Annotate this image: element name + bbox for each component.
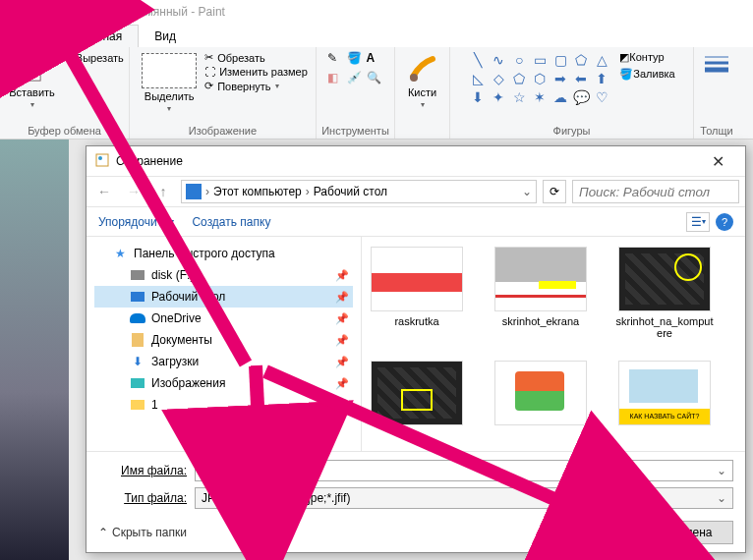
nav-documents[interactable]: Документы 📌 bbox=[94, 329, 353, 351]
shape-arrowl-icon[interactable]: ⬅ bbox=[571, 70, 591, 87]
zoom-icon[interactable]: 🔍 bbox=[367, 71, 384, 88]
nav-onedrive[interactable]: OneDrive 📌 bbox=[94, 308, 353, 329]
svg-rect-8 bbox=[27, 65, 40, 81]
cancel-button[interactable]: Отмена bbox=[649, 521, 733, 544]
nav-desktop[interactable]: Рабочий стол 📌 bbox=[94, 286, 353, 308]
nav-downloads[interactable]: ⬇Загрузки 📌 bbox=[94, 351, 353, 372]
file-item[interactable]: raskrutka bbox=[368, 247, 466, 339]
nav-up-button[interactable]: ↑ bbox=[151, 180, 175, 203]
shape-rtriangle-icon[interactable]: ◺ bbox=[468, 70, 488, 87]
save-button[interactable]: Сохранить bbox=[556, 521, 641, 544]
shape-arrowu-icon[interactable]: ⬆ bbox=[592, 70, 611, 87]
resize-icon: ⛶ bbox=[204, 66, 215, 78]
navigation-pane: ★Панель быстрого доступа disk (F:) 📌 Раб… bbox=[87, 237, 362, 451]
hide-folders-button[interactable]: ⌃ Скрыть папки bbox=[98, 526, 187, 539]
shape-star6-icon[interactable]: ✶ bbox=[530, 88, 550, 106]
shape-pentagon-icon[interactable]: ⬠ bbox=[509, 70, 529, 87]
breadcrumb[interactable]: › Этот компьютер › Рабочий стол ⌄ bbox=[181, 180, 537, 203]
filetype-select[interactable]: JPEG (*.jpg;*.jpeg;*.jpe;*.jfif) ⌄ bbox=[195, 487, 733, 509]
text-icon[interactable]: A bbox=[367, 51, 384, 69]
tab-file[interactable]: Файл bbox=[0, 26, 61, 47]
picker-icon[interactable]: 💉 bbox=[347, 71, 365, 88]
breadcrumb-root[interactable]: Этот компьютер bbox=[213, 185, 302, 198]
svg-rect-5 bbox=[29, 13, 35, 17]
help-button[interactable]: ? bbox=[716, 213, 733, 231]
paint-app-icon bbox=[4, 3, 22, 21]
select-button[interactable]: Выделить ▾ bbox=[138, 51, 201, 115]
ribbon: Вставить ▾ ✂Вырезать Буфер обмена Выдели… bbox=[0, 47, 753, 140]
select-icon bbox=[142, 53, 197, 88]
nav-disk[interactable]: disk (F:) 📌 bbox=[94, 264, 353, 286]
search-input[interactable] bbox=[572, 180, 739, 203]
shapes-gallery[interactable]: ╲ ∿ ○ ▭ ▢ ⬠ △ ◺ ◇ ⬠ ⬡ ➡ ⬅ ⬆ ⬇ ✦ ☆ ✶ ☁ 💬 bbox=[468, 51, 611, 106]
documents-icon bbox=[130, 332, 145, 348]
fill-icon[interactable]: 🪣 bbox=[347, 51, 365, 69]
group-clipboard-label: Буфер обмена bbox=[0, 125, 129, 137]
file-item[interactable]: skrinhot_na_komputere bbox=[615, 247, 714, 339]
organize-button[interactable]: Упорядочить ▾ bbox=[98, 215, 174, 229]
paste-button[interactable]: Вставить ▾ bbox=[5, 51, 59, 111]
close-button[interactable]: ✕ bbox=[698, 152, 737, 171]
file-item[interactable] bbox=[615, 361, 714, 429]
file-item[interactable]: skrinhot_ekrana bbox=[492, 247, 590, 339]
nav-quick-access[interactable]: ★Панель быстрого доступа bbox=[94, 243, 353, 264]
crop-icon: ✂ bbox=[204, 51, 213, 64]
save-dialog: Сохранение ✕ ← → ↑ › Этот компьютер › Ра… bbox=[86, 145, 746, 553]
rotate-icon: ⟳ bbox=[204, 80, 213, 92]
nav-back-button[interactable]: ← bbox=[92, 180, 116, 203]
qat-dropdown-icon[interactable]: ▾ bbox=[83, 3, 100, 21]
shape-heart-icon[interactable]: ♡ bbox=[592, 88, 611, 106]
nav-forward-button[interactable]: → bbox=[122, 180, 145, 203]
view-mode-button[interactable]: ☰ ▾ bbox=[686, 212, 710, 232]
size-button[interactable] bbox=[699, 51, 734, 75]
file-item[interactable] bbox=[368, 361, 466, 429]
chevron-down-icon[interactable]: ⌄ bbox=[717, 491, 726, 505]
shape-outline-button[interactable]: ◩Контур bbox=[619, 51, 674, 64]
svg-point-14 bbox=[98, 156, 102, 160]
shape-polygon-icon[interactable]: ⬠ bbox=[571, 51, 591, 69]
redo-icon[interactable]: ↷ bbox=[63, 3, 81, 21]
shape-curve-icon[interactable]: ∿ bbox=[489, 51, 508, 69]
file-item[interactable] bbox=[492, 361, 590, 429]
tools-grid[interactable]: ✎ 🪣 A ◧ 💉 🔍 bbox=[327, 51, 384, 88]
shape-fill-button[interactable]: 🪣Заливка bbox=[619, 68, 674, 81]
crop-button[interactable]: ✂Обрезать bbox=[204, 51, 265, 64]
pin-icon: 📌 bbox=[335, 291, 349, 304]
shape-line-icon[interactable]: ╲ bbox=[468, 51, 488, 69]
file-thumbnail bbox=[618, 361, 711, 425]
pencil-icon[interactable]: ✎ bbox=[327, 51, 345, 69]
shape-arrowr-icon[interactable]: ➡ bbox=[550, 70, 570, 87]
tab-home[interactable]: Главная bbox=[61, 25, 140, 47]
breadcrumb-folder[interactable]: Рабочий стол bbox=[314, 185, 387, 198]
shape-hexagon-icon[interactable]: ⬡ bbox=[530, 70, 550, 87]
files-pane[interactable]: raskrutka skrinhot_ekrana skrinhot_na_ko… bbox=[362, 237, 745, 451]
tab-view[interactable]: Вид bbox=[139, 26, 192, 47]
chevron-down-icon[interactable]: ⌄ bbox=[717, 464, 726, 477]
refresh-button[interactable]: ⟳ bbox=[543, 180, 566, 203]
shape-callout-icon[interactable]: ☁ bbox=[550, 88, 570, 106]
pin-icon: 📌 bbox=[335, 334, 349, 347]
shape-arrowd-icon[interactable]: ⬇ bbox=[468, 88, 488, 106]
shape-triangle-icon[interactable]: △ bbox=[592, 51, 611, 69]
shape-star4-icon[interactable]: ✦ bbox=[489, 88, 508, 106]
filename-input[interactable]: Назовите скриншот ⌄ bbox=[195, 460, 733, 481]
shape-star5-icon[interactable]: ☆ bbox=[509, 88, 529, 106]
shape-rect-icon[interactable]: ▭ bbox=[530, 51, 550, 69]
eraser-icon[interactable]: ◧ bbox=[327, 71, 345, 88]
cut-button[interactable]: ✂Вырезать bbox=[63, 51, 124, 64]
nav-pictures[interactable]: Изображения 📌 bbox=[94, 372, 353, 394]
resize-button[interactable]: ⛶Изменить размер bbox=[204, 66, 308, 78]
desktop-icon bbox=[130, 289, 145, 305]
shape-callout2-icon[interactable]: 💬 bbox=[571, 88, 591, 106]
undo-icon[interactable]: ↶ bbox=[43, 3, 61, 21]
rotate-button[interactable]: ⟳Повернуть ▾ bbox=[204, 80, 278, 92]
file-thumbnail bbox=[371, 361, 463, 425]
filetype-label: Тип файла: bbox=[98, 491, 187, 505]
brushes-button[interactable]: Кисти ▾ bbox=[403, 51, 442, 111]
nav-folder1[interactable]: 1 📌 bbox=[94, 394, 353, 416]
save-icon[interactable] bbox=[24, 3, 41, 21]
shape-oval-icon[interactable]: ○ bbox=[509, 51, 529, 69]
new-folder-button[interactable]: Создать папку bbox=[192, 215, 270, 229]
shape-roundrect-icon[interactable]: ▢ bbox=[550, 51, 570, 69]
shape-diamond-icon[interactable]: ◇ bbox=[489, 70, 508, 87]
